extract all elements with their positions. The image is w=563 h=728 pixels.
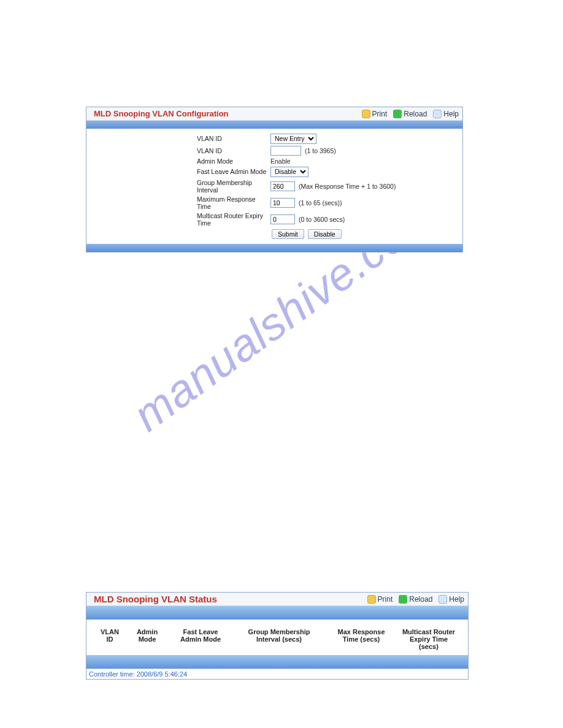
reload-button-2[interactable]: Reload <box>399 595 432 604</box>
config-panel: MLD Snooping VLAN Configuration Print Re… <box>86 107 463 252</box>
col-mrt: Max Response Time (secs) <box>326 628 397 650</box>
decorative-bar-bottom <box>86 244 462 252</box>
print-label-2: Print <box>378 595 393 604</box>
help-button-2[interactable]: Help <box>439 595 464 604</box>
row-admin-mode: Admin Mode Enable <box>86 156 462 165</box>
reload-label-2: Reload <box>409 595 432 604</box>
gmi-label: Group Membership Interval <box>86 179 270 194</box>
vlan-id-text-label: VLAN ID <box>86 147 270 154</box>
fast-leave-select[interactable]: Disable <box>270 167 308 177</box>
row-mret: Multicast Router Expiry Time (0 to 3600 … <box>86 211 462 227</box>
help-label-2: Help <box>449 595 464 604</box>
reload-button[interactable]: Reload <box>393 110 427 118</box>
mret-hint: (0 to 3600 secs) <box>299 216 345 223</box>
row-vlan-id-select: VLAN ID New Entry <box>86 132 462 145</box>
col-mret: Multicast Router Expiry Time (secs) <box>397 628 461 650</box>
status-titlebar: MLD Snooping VLAN Status Print Reload He… <box>86 593 468 606</box>
print-button[interactable]: Print <box>362 110 388 118</box>
controller-time: Controller time: 2008/6/9 5:46:24 <box>86 669 468 679</box>
reload-icon <box>399 595 407 604</box>
print-button-2[interactable]: Print <box>367 595 393 604</box>
col-fast-leave: Fast Leave Admin Mode <box>169 628 232 650</box>
admin-mode-label: Admin Mode <box>86 157 270 165</box>
help-icon <box>439 595 447 604</box>
admin-mode-value: Enable <box>270 157 291 165</box>
mret-label: Multicast Router Expiry Time <box>86 212 270 227</box>
col-vlan-id: VLAN ID <box>94 628 126 650</box>
print-icon <box>367 595 376 604</box>
decorative-bar <box>86 121 462 129</box>
mrt-label: Maximum Response Time <box>86 195 270 210</box>
fast-leave-label: Fast Leave Admin Mode <box>86 168 270 175</box>
config-form: VLAN ID New Entry VLAN ID (1 to 3965) Ad… <box>86 129 462 244</box>
row-mrt: Maximum Response Time (1 to 65 (secs)) <box>86 194 462 211</box>
vlan-id-input[interactable] <box>270 146 301 156</box>
status-panel: MLD Snooping VLAN Status Print Reload He… <box>86 592 469 680</box>
help-icon <box>433 110 442 118</box>
button-row: Submit Disable <box>86 227 462 242</box>
gmi-input[interactable] <box>270 181 295 191</box>
reload-icon <box>393 110 402 118</box>
submit-button[interactable]: Submit <box>272 229 304 239</box>
gmi-hint: (Max Response Time + 1 to 3600) <box>299 183 396 190</box>
decorative-bar-2 <box>86 606 468 620</box>
status-title: MLD Snooping VLAN Status <box>94 594 361 604</box>
config-title: MLD Snooping VLAN Configuration <box>94 109 356 118</box>
vlan-id-select-label: VLAN ID <box>86 135 270 142</box>
config-titlebar: MLD Snooping VLAN Configuration Print Re… <box>86 107 462 121</box>
mrt-hint: (1 to 65 (secs)) <box>299 199 342 207</box>
print-label: Print <box>372 110 388 118</box>
print-icon <box>362 110 370 118</box>
row-vlan-id-text: VLAN ID (1 to 3965) <box>86 145 462 156</box>
help-label: Help <box>443 110 459 118</box>
status-table-header: VLAN ID Admin Mode Fast Leave Admin Mode… <box>86 620 468 655</box>
vlan-id-hint: (1 to 3965) <box>305 147 336 154</box>
decorative-bar-3 <box>86 655 468 669</box>
row-fast-leave: Fast Leave Admin Mode Disable <box>86 165 462 178</box>
help-button[interactable]: Help <box>433 110 459 118</box>
col-admin-mode: Admin Mode <box>126 628 169 650</box>
col-gmi: Group Membership Interval (secs) <box>232 628 326 650</box>
vlan-id-select[interactable]: New Entry <box>270 134 316 144</box>
disable-button[interactable]: Disable <box>308 229 342 239</box>
mrt-input[interactable] <box>270 198 295 208</box>
mret-input[interactable] <box>270 214 295 224</box>
reload-label: Reload <box>404 110 427 118</box>
row-gmi: Group Membership Interval (Max Response … <box>86 178 462 194</box>
